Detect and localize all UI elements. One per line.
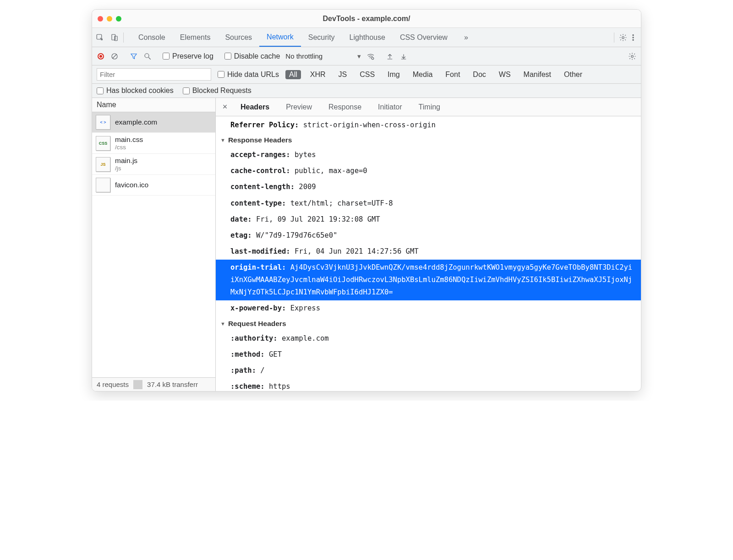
request-row[interactable]: < >example.com <box>92 112 215 133</box>
upload-har-icon[interactable] <box>386 52 394 60</box>
search-icon[interactable] <box>143 52 152 60</box>
svg-point-5 <box>633 37 634 38</box>
disable-cache-input[interactable] <box>224 53 231 60</box>
type-pill-css[interactable]: CSS <box>356 70 378 79</box>
type-pill-xhr[interactable]: XHR <box>306 70 329 79</box>
header-line[interactable]: :authority: example.com <box>216 331 641 347</box>
clear-icon[interactable] <box>110 52 119 60</box>
subtab-preview[interactable]: Preview <box>283 98 315 116</box>
throttling-select[interactable]: No throttling ▾ <box>285 52 361 60</box>
tab-elements[interactable]: Elements <box>173 28 218 47</box>
header-line[interactable]: accept-ranges: bytes <box>216 147 641 163</box>
tab-lighthouse[interactable]: Lighthouse <box>342 28 393 47</box>
more-tabs-button[interactable]: » <box>457 33 476 42</box>
type-pill-font[interactable]: Font <box>442 70 464 79</box>
subtab-headers[interactable]: Headers <box>238 98 272 116</box>
type-pill-ws[interactable]: WS <box>495 70 514 79</box>
preserve-log-label: Preserve log <box>172 52 213 60</box>
tab-sources[interactable]: Sources <box>218 28 259 47</box>
type-pill-media[interactable]: Media <box>409 70 437 79</box>
svg-point-4 <box>633 34 634 35</box>
main-tabs: ConsoleElementsSourcesNetworkSecurityLig… <box>131 28 455 47</box>
header-value: GET <box>269 350 282 359</box>
has-blocked-cookies-checkbox[interactable]: Has blocked cookies <box>97 87 174 95</box>
network-settings-gear-icon[interactable] <box>628 52 636 60</box>
type-pill-doc[interactable]: Doc <box>469 70 489 79</box>
chevron-down-icon: ▾ <box>357 52 361 60</box>
header-value: strict-origin-when-cross-origin <box>303 121 436 129</box>
has-blocked-cookies-label: Has blocked cookies <box>106 87 174 95</box>
header-line[interactable]: :method: GET <box>216 347 641 363</box>
response-headers-title[interactable]: Response Headers <box>216 133 641 147</box>
has-blocked-cookies-input[interactable] <box>97 87 104 94</box>
settings-gear-icon[interactable] <box>619 33 627 42</box>
header-line[interactable]: origin-trial: Aj4DysCv3VjknU3jJvkDEwnQZK… <box>216 260 641 300</box>
header-line[interactable]: last-modified: Fri, 04 Jun 2021 14:27:56… <box>216 244 641 260</box>
header-line[interactable]: :path: / <box>216 363 641 379</box>
download-har-icon[interactable] <box>399 52 408 60</box>
svg-point-3 <box>622 36 624 38</box>
request-list: < >example.comCSSmain.css/cssJSmain.js/j… <box>92 112 215 377</box>
request-list-pane: Name < >example.comCSSmain.css/cssJSmain… <box>92 98 216 391</box>
hide-data-urls-input[interactable] <box>218 71 224 78</box>
type-pill-img[interactable]: Img <box>384 70 404 79</box>
network-conditions-icon[interactable] <box>366 52 375 60</box>
request-headers-title[interactable]: Request Headers <box>216 317 641 331</box>
header-line[interactable]: content-length: 2009 <box>216 179 641 195</box>
type-pill-other[interactable]: Other <box>560 70 586 79</box>
header-line[interactable]: :scheme: https <box>216 379 641 391</box>
request-row[interactable]: favicon.ico <box>92 175 215 196</box>
inspect-element-icon[interactable] <box>96 33 104 42</box>
divider <box>133 380 142 389</box>
type-pill-all[interactable]: All <box>285 70 301 79</box>
request-path: /js <box>115 165 137 172</box>
subtab-response[interactable]: Response <box>326 98 364 116</box>
request-row[interactable]: CSSmain.css/css <box>92 133 215 154</box>
header-value: Aj4DysCv3VjknU3jJvkDEwnQZK/vmse4rdd8jZog… <box>230 263 632 296</box>
type-pill-js[interactable]: JS <box>335 70 351 79</box>
header-key: content-type: <box>230 199 290 207</box>
headers-body[interactable]: Referrer Policy: strict-origin-when-cros… <box>216 116 641 391</box>
header-line[interactable]: etag: W/"7d9-179d76c65e0" <box>216 228 641 244</box>
status-bar: 4 requests 37.4 kB transferr <box>92 377 215 391</box>
hide-data-urls-checkbox[interactable]: Hide data URLs <box>218 71 279 79</box>
header-line[interactable]: content-type: text/html; charset=UTF-8 <box>216 196 641 212</box>
svg-point-12 <box>631 55 634 57</box>
tab-network[interactable]: Network <box>259 28 301 47</box>
filter-funnel-icon[interactable] <box>130 52 138 60</box>
subtab-initiator[interactable]: Initiator <box>375 98 405 116</box>
preserve-log-input[interactable] <box>163 53 170 60</box>
close-detail-button[interactable]: × <box>220 102 230 112</box>
header-line[interactable]: date: Fri, 09 Jul 2021 19:32:08 GMT <box>216 212 641 228</box>
subtab-timing[interactable]: Timing <box>416 98 443 116</box>
header-line[interactable]: x-powered-by: Express <box>216 300 641 316</box>
filter-input[interactable] <box>97 68 211 81</box>
referrer-policy-line: Referrer Policy: strict-origin-when-cros… <box>216 117 641 133</box>
header-line[interactable]: cache-control: public, max-age=0 <box>216 163 641 179</box>
file-css-icon: CSS <box>96 136 110 151</box>
request-headers-label: Request Headers <box>228 320 286 328</box>
request-path: /css <box>115 144 143 151</box>
tab-console[interactable]: Console <box>131 28 173 47</box>
disable-cache-checkbox[interactable]: Disable cache <box>224 52 280 60</box>
detail-pane: × HeadersPreviewResponseInitiatorTiming … <box>216 98 641 391</box>
request-row[interactable]: JSmain.js/js <box>92 154 215 175</box>
blocked-requests-checkbox[interactable]: Blocked Requests <box>183 87 252 95</box>
type-pill-manifest[interactable]: Manifest <box>520 70 555 79</box>
kebab-menu-icon[interactable] <box>629 33 637 42</box>
header-value: 2009 <box>299 183 316 191</box>
record-button[interactable] <box>97 52 105 60</box>
svg-point-6 <box>633 39 634 40</box>
blocked-requests-input[interactable] <box>183 87 190 94</box>
device-toggle-icon[interactable] <box>110 33 119 42</box>
tab-css-overview[interactable]: CSS Overview <box>393 28 455 47</box>
file-js-icon: JS <box>96 157 110 172</box>
file-html-icon: < > <box>96 115 110 130</box>
main-tabs-row: ConsoleElementsSourcesNetworkSecurityLig… <box>92 28 641 47</box>
disable-cache-label: Disable cache <box>234 52 280 60</box>
preserve-log-checkbox[interactable]: Preserve log <box>163 52 213 60</box>
tab-security[interactable]: Security <box>301 28 342 47</box>
name-column-header[interactable]: Name <box>92 98 215 112</box>
blocked-requests-label: Blocked Requests <box>192 87 252 95</box>
request-name: favicon.ico <box>115 181 148 189</box>
